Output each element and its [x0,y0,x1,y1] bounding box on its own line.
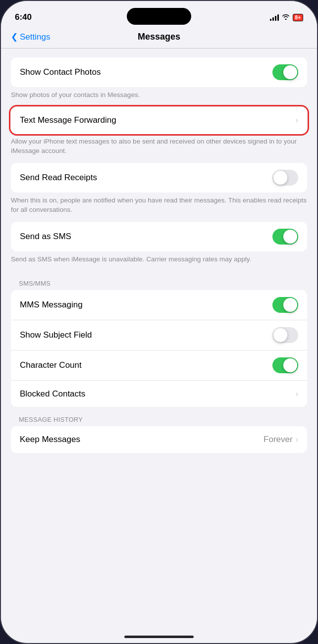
message-history-card: Keep Messages Forever › [11,426,307,453]
blocked-contacts-chevron-icon: › [296,390,298,398]
send-read-receipts-description: When this is on, people are notified whe… [1,193,317,222]
send-as-sms-card: Send as SMS [11,222,307,251]
send-read-receipts-toggle[interactable] [272,170,298,186]
battery-icon: 8+ [293,14,303,21]
show-subject-field-row[interactable]: Show Subject Field [11,320,307,350]
show-subject-field-label: Show Subject Field [20,330,92,340]
send-as-sms-label: Send as SMS [20,232,71,242]
keep-messages-label: Keep Messages [20,435,80,445]
home-indicator [124,636,194,638]
show-subject-field-toggle[interactable] [272,327,298,343]
status-icons: 8+ [270,14,303,21]
sms-mms-section-header: SMS/MMS [1,271,317,290]
mms-messaging-label: MMS Messaging [20,300,83,310]
send-read-receipts-card: Send Read Receipts [11,163,307,193]
wifi-icon [282,14,290,21]
text-message-forwarding-label: Text Message Forwarding [20,115,116,125]
mms-messaging-row[interactable]: MMS Messaging [11,290,307,320]
back-label: Settings [20,32,50,42]
page-title: Messages [138,32,180,42]
send-read-receipts-row[interactable]: Send Read Receipts [11,163,307,193]
keep-messages-chevron-icon: › [296,435,298,444]
dynamic-island [127,8,191,25]
character-count-toggle[interactable] [272,357,298,373]
back-button[interactable]: ❮ Settings [11,32,50,42]
show-contact-photos-description: Show photos of your contacts in Messages… [1,87,317,107]
keep-messages-value: Forever [264,435,293,445]
send-as-sms-row[interactable]: Send as SMS [11,222,307,251]
signal-bars-icon [270,14,279,21]
character-count-label: Character Count [20,360,82,370]
text-message-forwarding-description: Allow your iPhone text messages to also … [1,134,317,163]
keep-messages-row[interactable]: Keep Messages Forever › [11,426,307,453]
status-bar: 6:40 8+ [1,1,317,28]
mms-messaging-toggle[interactable] [272,297,298,313]
sms-mms-card: MMS Messaging Show Subject Field Charact… [11,290,307,407]
blocked-contacts-row[interactable]: Blocked Contacts › [11,380,307,407]
show-contact-photos-card: Show Contact Photos [11,57,307,87]
phone-frame: 6:40 8+ ❮ Settings Messages [0,0,318,644]
chevron-right-icon: › [296,116,298,125]
chevron-left-icon: ❮ [11,32,18,42]
send-read-receipts-label: Send Read Receipts [20,173,97,183]
show-contact-photos-row[interactable]: Show Contact Photos [11,57,307,87]
show-contact-photos-label: Show Contact Photos [20,67,101,77]
status-time: 6:40 [15,12,32,22]
nav-bar: ❮ Settings Messages [1,28,317,49]
blocked-contacts-label: Blocked Contacts [20,389,85,399]
text-message-forwarding-card: Text Message Forwarding › [11,107,307,134]
send-as-sms-description: Send as SMS when iMessage is unavailable… [1,251,317,271]
show-contact-photos-toggle[interactable] [272,64,298,80]
message-history-section-header: MESSAGE HISTORY [1,407,317,426]
settings-content: Show Contact Photos Show photos of your … [1,49,317,635]
character-count-row[interactable]: Character Count [11,350,307,380]
send-as-sms-toggle[interactable] [272,229,298,245]
text-message-forwarding-row[interactable]: Text Message Forwarding › [11,107,307,134]
